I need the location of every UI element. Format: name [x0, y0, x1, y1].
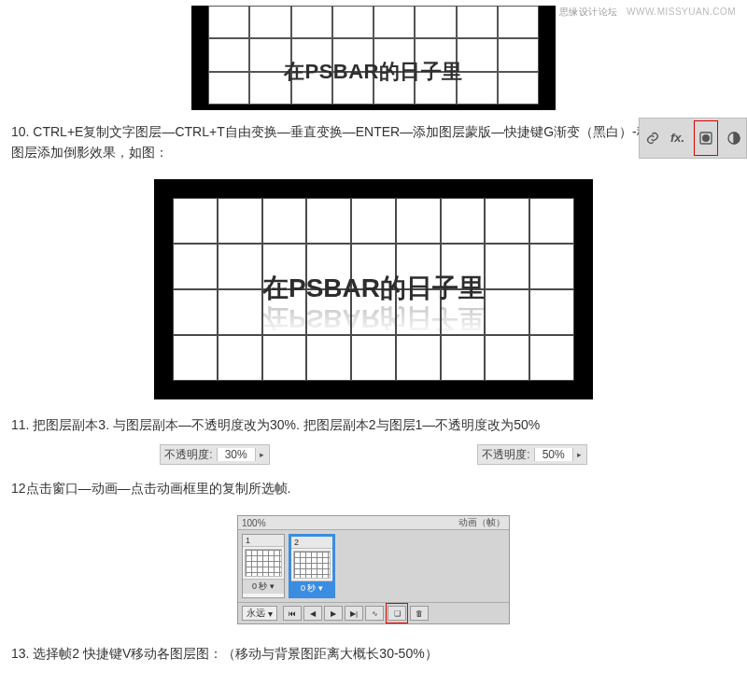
grid-2: 在PSBAR的日子里 在PSBAR的日子里 — [173, 198, 574, 381]
animation-frames: 1 0 秒 ▾ 2 0 秒 ▾ — [238, 530, 509, 602]
frame-number: 1 — [243, 535, 284, 547]
animation-frame-2[interactable]: 2 0 秒 ▾ — [289, 534, 335, 598]
frame-thumb — [293, 551, 331, 579]
animation-controls: 永远▾ ⏮ ◀ ▶ ▶| ∿ ❏ 🗑 — [238, 602, 509, 623]
link-icon[interactable] — [643, 129, 662, 147]
zoom-level: 100% — [242, 518, 266, 528]
fx-icon[interactable]: fx. — [669, 129, 687, 147]
frame-thumb — [245, 549, 282, 577]
duplicate-frame-highlight: ❏ — [386, 603, 408, 623]
animation-panel: 100% 动画（帧） 1 0 秒 ▾ 2 0 秒 ▾ 永远▾ ⏮ ◀ ▶ ▶| … — [237, 515, 510, 624]
svg-point-1 — [702, 135, 709, 142]
loop-label: 永远 — [247, 607, 265, 620]
step-12-text: 12点击窗口—动画—点击动画框里的复制所选帧. — [11, 478, 736, 498]
opacity-widget-30[interactable]: 不透明度: 30% ▸ — [160, 444, 269, 465]
loop-selector[interactable]: 永远▾ — [242, 606, 277, 621]
duplicate-frame-icon[interactable]: ❏ — [388, 606, 406, 621]
opacity-value-30: 30% — [217, 448, 256, 461]
opacity-label: 不透明度: — [478, 447, 533, 463]
watermark: 思缘设计论坛 WWW.MISSYUAN.COM — [559, 6, 736, 19]
prev-frame-icon[interactable]: ◀ — [303, 606, 322, 621]
figure-canvas-reflection: 在PSBAR的日子里 在PSBAR的日子里 — [154, 179, 593, 399]
frame-number: 2 — [291, 537, 332, 549]
play-icon[interactable]: ▶ — [324, 606, 343, 621]
watermark-cn: 思缘设计论坛 — [559, 7, 618, 17]
delete-frame-icon[interactable]: 🗑 — [410, 606, 429, 621]
tween-icon[interactable]: ∿ — [365, 606, 384, 621]
step-11-text: 11. 把图层副本3. 与图层副本—不透明度改为30%. 把图层副本2与图层1—… — [11, 414, 736, 435]
frame-delay[interactable]: 0 秒 ▾ — [243, 579, 284, 594]
step-10-body: 10. CTRL+E复制文字图层—CTRL+T自由变换—垂直变换—ENTER—添… — [11, 124, 728, 160]
figure-canvas-text: 在PSBAR的日子里 — [191, 6, 556, 110]
adjustment-layer-icon[interactable] — [725, 129, 743, 147]
animation-panel-header: 100% 动画（帧） — [238, 516, 509, 530]
watermark-url: WWW.MISSYUAN.COM — [627, 7, 736, 17]
next-frame-icon[interactable]: ▶| — [345, 606, 363, 621]
opacity-widgets-row: 不透明度: 30% ▸ 不透明度: 50% ▸ — [0, 444, 747, 465]
add-mask-icon[interactable] — [694, 120, 718, 156]
animation-tab-label[interactable]: 动画（帧） — [458, 516, 505, 529]
chevron-down-icon: ▾ — [268, 609, 273, 619]
layer-panel-icons: fx. — [639, 118, 747, 159]
opacity-widget-50[interactable]: 不透明度: 50% ▸ — [477, 444, 586, 465]
grid — [208, 6, 539, 105]
canvas-text: 在PSBAR的日子里 — [191, 58, 556, 86]
canvas-text-reflection: 在PSBAR的日子里 — [173, 301, 574, 336]
first-frame-icon[interactable]: ⏮ — [283, 606, 302, 621]
step-10-text: 10. CTRL+E复制文字图层—CTRL+T自由变换—垂直变换—ENTER—添… — [11, 121, 736, 162]
opacity-arrow-icon[interactable]: ▸ — [256, 450, 269, 459]
opacity-value-50: 50% — [534, 448, 573, 461]
animation-frame-1[interactable]: 1 0 秒 ▾ — [242, 534, 285, 598]
frame-delay[interactable]: 0 秒 ▾ — [291, 581, 332, 595]
opacity-arrow-icon[interactable]: ▸ — [573, 450, 586, 459]
step-13-text: 13. 选择帧2 快捷键V移动各图层图：（移动与背景图距离大概长30-50%） — [11, 643, 736, 664]
opacity-label: 不透明度: — [161, 447, 216, 463]
